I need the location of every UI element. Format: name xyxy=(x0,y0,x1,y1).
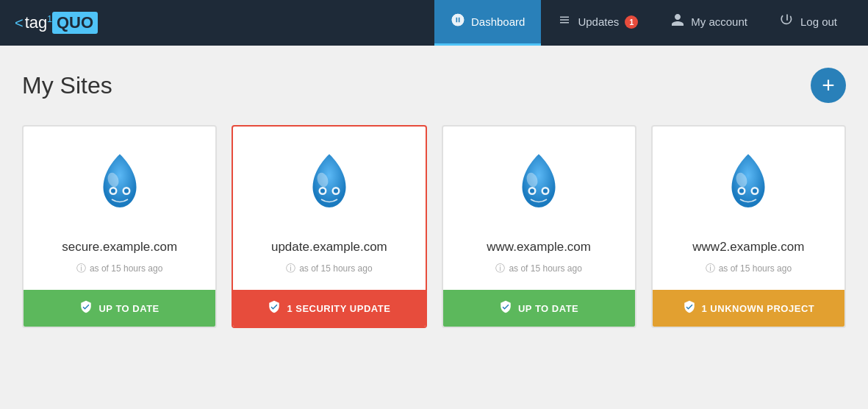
nav-updates[interactable]: Updates 1 xyxy=(541,0,654,46)
nav-dashboard-label: Dashboard xyxy=(471,15,525,28)
person-icon xyxy=(670,13,685,31)
card-status: 1 SECURITY UPDATE xyxy=(233,290,425,327)
card-status-label: 1 UNKNOWN PROJECT xyxy=(702,303,815,314)
logo-sup: 1 xyxy=(47,14,52,24)
site-card-card-1[interactable]: secure.example.com ⓘ as of 15 hours ago … xyxy=(22,125,217,328)
card-time-label: as of 15 hours ago xyxy=(90,263,162,274)
site-card-card-4[interactable]: www2.example.com ⓘ as of 15 hours ago 1 … xyxy=(651,125,846,328)
logo-chevron: < xyxy=(15,15,24,32)
updates-icon xyxy=(557,13,572,30)
svg-point-14 xyxy=(543,189,548,193)
main-header: < tag1 QUO Dashboard Updates 1 xyxy=(0,0,868,46)
logo: < tag1 QUO xyxy=(15,12,98,34)
dashboard-icon xyxy=(451,13,465,31)
card-status-label: UP TO DATE xyxy=(98,303,159,314)
logo-quo: QUO xyxy=(52,12,98,34)
svg-point-13 xyxy=(530,189,534,193)
card-domain: update.example.com xyxy=(271,240,387,255)
nav-updates-label: Updates xyxy=(578,15,619,28)
page-title: My Sites xyxy=(22,72,112,99)
svg-point-8 xyxy=(320,189,325,193)
page-header: My Sites + xyxy=(22,68,846,103)
clock-icon: ⓘ xyxy=(706,262,715,275)
nav-log-out-label: Log out xyxy=(800,15,837,28)
card-body: www.example.com ⓘ as of 15 hours ago xyxy=(443,127,635,290)
card-time-label: as of 15 hours ago xyxy=(509,263,581,274)
card-status: UP TO DATE xyxy=(443,290,635,327)
sites-grid: secure.example.com ⓘ as of 15 hours ago … xyxy=(22,125,846,328)
site-card-card-3[interactable]: www.example.com ⓘ as of 15 hours ago UP … xyxy=(442,125,636,328)
nav-my-account[interactable]: My account xyxy=(654,0,764,46)
updates-badge: 1 xyxy=(625,15,638,29)
add-site-button[interactable]: + xyxy=(811,68,846,103)
svg-point-9 xyxy=(334,189,338,193)
clock-icon: ⓘ xyxy=(76,262,86,275)
card-time-label: as of 15 hours ago xyxy=(299,263,372,274)
card-domain: www.example.com xyxy=(487,240,591,255)
site-card-card-2[interactable]: update.example.com ⓘ as of 15 hours ago … xyxy=(232,125,426,328)
shield-icon xyxy=(268,300,281,316)
main-content: My Sites + secure.example.com ⓘ as of 15… xyxy=(0,46,868,350)
card-status: 1 UNKNOWN PROJECT xyxy=(653,290,844,327)
card-status-label: 1 SECURITY UPDATE xyxy=(287,303,390,314)
shield-icon xyxy=(499,300,512,316)
card-status: UP TO DATE xyxy=(24,290,215,327)
logout-icon xyxy=(780,13,795,31)
shield-icon xyxy=(683,300,696,316)
svg-point-19 xyxy=(753,189,757,193)
card-status-label: UP TO DATE xyxy=(518,303,578,314)
nav-my-account-label: My account xyxy=(691,15,747,28)
clock-icon: ⓘ xyxy=(286,262,295,275)
svg-point-3 xyxy=(111,189,115,193)
svg-point-18 xyxy=(739,189,744,193)
nav-log-out[interactable]: Log out xyxy=(764,0,853,46)
main-nav: Dashboard Updates 1 My account xyxy=(434,0,853,46)
card-time: ⓘ as of 15 hours ago xyxy=(495,262,581,275)
card-time: ⓘ as of 15 hours ago xyxy=(706,262,792,275)
clock-icon: ⓘ xyxy=(495,262,505,275)
card-body: secure.example.com ⓘ as of 15 hours ago xyxy=(24,127,215,290)
card-time-label: as of 15 hours ago xyxy=(719,263,792,274)
nav-dashboard[interactable]: Dashboard xyxy=(434,0,541,46)
card-time: ⓘ as of 15 hours ago xyxy=(76,262,162,275)
shield-icon xyxy=(79,300,93,316)
card-body: www2.example.com ⓘ as of 15 hours ago xyxy=(653,127,844,290)
card-domain: secure.example.com xyxy=(62,240,177,255)
card-domain: www2.example.com xyxy=(692,240,804,255)
svg-point-4 xyxy=(124,189,129,193)
card-body: update.example.com ⓘ as of 15 hours ago xyxy=(233,127,425,290)
card-time: ⓘ as of 15 hours ago xyxy=(286,262,372,275)
logo-tag: tag1 xyxy=(25,13,52,32)
